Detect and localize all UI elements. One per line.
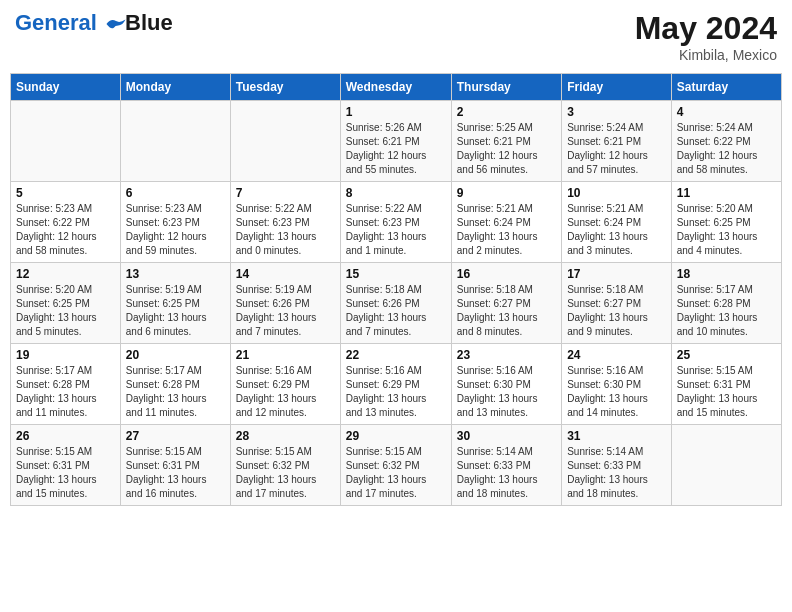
calendar-cell: 23Sunrise: 5:16 AMSunset: 6:30 PMDayligh… <box>451 344 561 425</box>
day-number: 6 <box>126 186 225 200</box>
title-block: May 2024 Kimbila, Mexico <box>635 10 777 63</box>
weekday-header-monday: Monday <box>120 74 230 101</box>
calendar-cell: 9Sunrise: 5:21 AMSunset: 6:24 PMDaylight… <box>451 182 561 263</box>
day-info: Sunrise: 5:25 AMSunset: 6:21 PMDaylight:… <box>457 121 556 177</box>
day-info: Sunrise: 5:17 AMSunset: 6:28 PMDaylight:… <box>126 364 225 420</box>
calendar-cell: 1Sunrise: 5:26 AMSunset: 6:21 PMDaylight… <box>340 101 451 182</box>
day-info: Sunrise: 5:19 AMSunset: 6:26 PMDaylight:… <box>236 283 335 339</box>
calendar-cell: 15Sunrise: 5:18 AMSunset: 6:26 PMDayligh… <box>340 263 451 344</box>
day-info: Sunrise: 5:17 AMSunset: 6:28 PMDaylight:… <box>677 283 776 339</box>
calendar-cell: 6Sunrise: 5:23 AMSunset: 6:23 PMDaylight… <box>120 182 230 263</box>
day-number: 23 <box>457 348 556 362</box>
day-info: Sunrise: 5:16 AMSunset: 6:29 PMDaylight:… <box>346 364 446 420</box>
day-info: Sunrise: 5:18 AMSunset: 6:27 PMDaylight:… <box>457 283 556 339</box>
day-number: 31 <box>567 429 666 443</box>
calendar-week-3: 12Sunrise: 5:20 AMSunset: 6:25 PMDayligh… <box>11 263 782 344</box>
calendar-cell: 3Sunrise: 5:24 AMSunset: 6:21 PMDaylight… <box>562 101 672 182</box>
day-info: Sunrise: 5:16 AMSunset: 6:29 PMDaylight:… <box>236 364 335 420</box>
calendar-cell: 5Sunrise: 5:23 AMSunset: 6:22 PMDaylight… <box>11 182 121 263</box>
day-info: Sunrise: 5:26 AMSunset: 6:21 PMDaylight:… <box>346 121 446 177</box>
day-info: Sunrise: 5:15 AMSunset: 6:32 PMDaylight:… <box>236 445 335 501</box>
day-info: Sunrise: 5:24 AMSunset: 6:21 PMDaylight:… <box>567 121 666 177</box>
day-number: 10 <box>567 186 666 200</box>
calendar-cell: 14Sunrise: 5:19 AMSunset: 6:26 PMDayligh… <box>230 263 340 344</box>
calendar-cell <box>120 101 230 182</box>
day-number: 15 <box>346 267 446 281</box>
calendar-cell: 28Sunrise: 5:15 AMSunset: 6:32 PMDayligh… <box>230 425 340 506</box>
calendar-cell: 8Sunrise: 5:22 AMSunset: 6:23 PMDaylight… <box>340 182 451 263</box>
day-number: 21 <box>236 348 335 362</box>
calendar-cell: 30Sunrise: 5:14 AMSunset: 6:33 PMDayligh… <box>451 425 561 506</box>
weekday-header-tuesday: Tuesday <box>230 74 340 101</box>
logo-text: General <box>15 11 127 35</box>
day-number: 19 <box>16 348 115 362</box>
day-info: Sunrise: 5:20 AMSunset: 6:25 PMDaylight:… <box>677 202 776 258</box>
day-number: 12 <box>16 267 115 281</box>
day-number: 13 <box>126 267 225 281</box>
calendar-cell: 31Sunrise: 5:14 AMSunset: 6:33 PMDayligh… <box>562 425 672 506</box>
day-info: Sunrise: 5:21 AMSunset: 6:24 PMDaylight:… <box>457 202 556 258</box>
calendar-cell: 4Sunrise: 5:24 AMSunset: 6:22 PMDaylight… <box>671 101 781 182</box>
weekday-header-wednesday: Wednesday <box>340 74 451 101</box>
day-number: 5 <box>16 186 115 200</box>
calendar-cell: 18Sunrise: 5:17 AMSunset: 6:28 PMDayligh… <box>671 263 781 344</box>
location-subtitle: Kimbila, Mexico <box>635 47 777 63</box>
calendar-week-4: 19Sunrise: 5:17 AMSunset: 6:28 PMDayligh… <box>11 344 782 425</box>
calendar-cell: 12Sunrise: 5:20 AMSunset: 6:25 PMDayligh… <box>11 263 121 344</box>
day-info: Sunrise: 5:14 AMSunset: 6:33 PMDaylight:… <box>567 445 666 501</box>
calendar-cell <box>671 425 781 506</box>
day-info: Sunrise: 5:19 AMSunset: 6:25 PMDaylight:… <box>126 283 225 339</box>
day-info: Sunrise: 5:21 AMSunset: 6:24 PMDaylight:… <box>567 202 666 258</box>
day-info: Sunrise: 5:15 AMSunset: 6:31 PMDaylight:… <box>677 364 776 420</box>
day-info: Sunrise: 5:23 AMSunset: 6:22 PMDaylight:… <box>16 202 115 258</box>
day-number: 1 <box>346 105 446 119</box>
day-number: 4 <box>677 105 776 119</box>
calendar-cell: 22Sunrise: 5:16 AMSunset: 6:29 PMDayligh… <box>340 344 451 425</box>
day-info: Sunrise: 5:18 AMSunset: 6:26 PMDaylight:… <box>346 283 446 339</box>
day-number: 30 <box>457 429 556 443</box>
calendar-cell: 17Sunrise: 5:18 AMSunset: 6:27 PMDayligh… <box>562 263 672 344</box>
day-info: Sunrise: 5:16 AMSunset: 6:30 PMDaylight:… <box>457 364 556 420</box>
day-info: Sunrise: 5:15 AMSunset: 6:32 PMDaylight:… <box>346 445 446 501</box>
calendar-cell: 24Sunrise: 5:16 AMSunset: 6:30 PMDayligh… <box>562 344 672 425</box>
day-number: 14 <box>236 267 335 281</box>
calendar-cell: 16Sunrise: 5:18 AMSunset: 6:27 PMDayligh… <box>451 263 561 344</box>
day-number: 22 <box>346 348 446 362</box>
month-year-title: May 2024 <box>635 10 777 47</box>
page-header: General Blue May 2024 Kimbila, Mexico <box>10 10 782 63</box>
day-info: Sunrise: 5:22 AMSunset: 6:23 PMDaylight:… <box>346 202 446 258</box>
calendar-header: SundayMondayTuesdayWednesdayThursdayFrid… <box>11 74 782 101</box>
calendar-body: 1Sunrise: 5:26 AMSunset: 6:21 PMDaylight… <box>11 101 782 506</box>
day-info: Sunrise: 5:18 AMSunset: 6:27 PMDaylight:… <box>567 283 666 339</box>
calendar-cell: 25Sunrise: 5:15 AMSunset: 6:31 PMDayligh… <box>671 344 781 425</box>
day-info: Sunrise: 5:22 AMSunset: 6:23 PMDaylight:… <box>236 202 335 258</box>
logo: General Blue <box>15 10 173 36</box>
day-number: 3 <box>567 105 666 119</box>
day-info: Sunrise: 5:20 AMSunset: 6:25 PMDaylight:… <box>16 283 115 339</box>
day-number: 8 <box>346 186 446 200</box>
day-number: 24 <box>567 348 666 362</box>
day-number: 9 <box>457 186 556 200</box>
calendar-cell: 21Sunrise: 5:16 AMSunset: 6:29 PMDayligh… <box>230 344 340 425</box>
day-info: Sunrise: 5:15 AMSunset: 6:31 PMDaylight:… <box>16 445 115 501</box>
day-info: Sunrise: 5:14 AMSunset: 6:33 PMDaylight:… <box>457 445 556 501</box>
calendar-cell: 19Sunrise: 5:17 AMSunset: 6:28 PMDayligh… <box>11 344 121 425</box>
day-info: Sunrise: 5:23 AMSunset: 6:23 PMDaylight:… <box>126 202 225 258</box>
day-info: Sunrise: 5:17 AMSunset: 6:28 PMDaylight:… <box>16 364 115 420</box>
weekday-row: SundayMondayTuesdayWednesdayThursdayFrid… <box>11 74 782 101</box>
day-number: 25 <box>677 348 776 362</box>
day-number: 2 <box>457 105 556 119</box>
calendar-cell: 7Sunrise: 5:22 AMSunset: 6:23 PMDaylight… <box>230 182 340 263</box>
calendar-cell <box>11 101 121 182</box>
day-info: Sunrise: 5:16 AMSunset: 6:30 PMDaylight:… <box>567 364 666 420</box>
calendar-cell: 26Sunrise: 5:15 AMSunset: 6:31 PMDayligh… <box>11 425 121 506</box>
logo-bird-icon <box>105 13 127 35</box>
weekday-header-sunday: Sunday <box>11 74 121 101</box>
day-info: Sunrise: 5:24 AMSunset: 6:22 PMDaylight:… <box>677 121 776 177</box>
day-number: 11 <box>677 186 776 200</box>
day-number: 7 <box>236 186 335 200</box>
calendar-cell: 2Sunrise: 5:25 AMSunset: 6:21 PMDaylight… <box>451 101 561 182</box>
calendar-cell: 29Sunrise: 5:15 AMSunset: 6:32 PMDayligh… <box>340 425 451 506</box>
day-number: 29 <box>346 429 446 443</box>
weekday-header-friday: Friday <box>562 74 672 101</box>
